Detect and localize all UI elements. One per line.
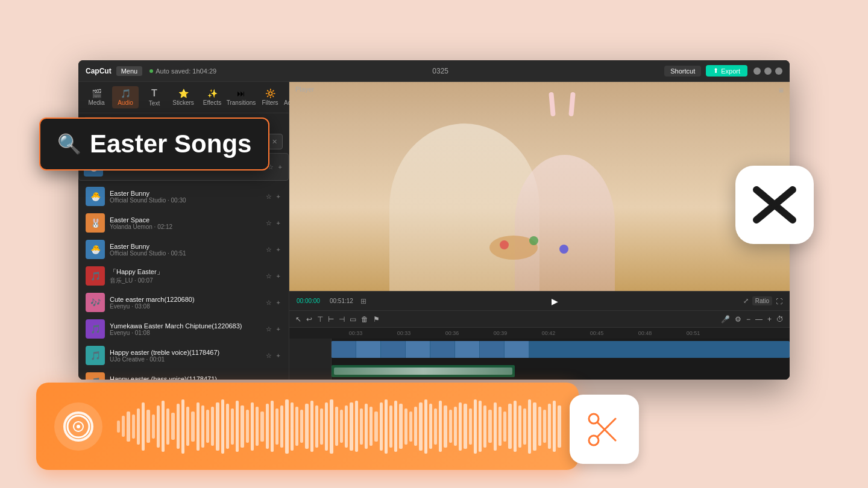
toolbar-media[interactable]: 🎬 Media [83, 86, 110, 108]
player-controls: 00:00:00 00:51:12 ⊞ ▶ ⤢ Ratio ⛶ [289, 291, 790, 310]
toolbar-stickers[interactable]: ⭐ Stickers [170, 86, 197, 108]
video-thumb-2 [356, 341, 380, 358]
waveform-bar [335, 407, 338, 446]
song-item[interactable]: 🐣 Easter Bunny Official Sound Studio · 0… [81, 236, 286, 263]
zoom-out-icon[interactable]: − [746, 315, 750, 324]
favorite-icon[interactable]: ☆ [265, 377, 273, 380]
favorite-icon[interactable]: ☆ [265, 324, 273, 334]
search-overlay: 🔍 Easter Songs [39, 117, 269, 170]
export-label: Export [721, 67, 740, 75]
toolbar-audio[interactable]: 🎵 Audio [112, 86, 139, 108]
audio-track[interactable] [332, 365, 515, 377]
song-meta: Official Sound Studio · 00:51 [110, 250, 260, 257]
split-tool[interactable]: ⊤ [317, 315, 323, 324]
add-icon[interactable]: + [275, 245, 281, 254]
song-item[interactable]: 🎵 Yumekawa Easter March Chiptune(1220683… [81, 316, 286, 342]
add-icon[interactable]: + [275, 218, 281, 228]
settings-icon[interactable]: ⚙ [735, 315, 741, 324]
waveform-bar [399, 404, 402, 449]
song-title: Easter Bunny [110, 190, 260, 197]
fit-icon[interactable]: ⛶ [776, 298, 782, 305]
zoom-in-icon[interactable]: + [767, 315, 772, 324]
add-icon[interactable]: + [275, 271, 281, 281]
song-info: Happy easter (treble voice)(1178467) UJo… [110, 349, 260, 363]
song-thumb: 🐣 [86, 240, 105, 259]
shortcut-button[interactable]: Shortcut [664, 66, 701, 77]
ratio-button[interactable]: Ratio [752, 296, 772, 305]
crop-tool[interactable]: ▭ [350, 315, 356, 324]
stickers-icon: ⭐ [178, 89, 189, 98]
favorite-icon[interactable]: ☆ [265, 298, 273, 308]
video-track[interactable] [332, 341, 790, 358]
undo-btn[interactable]: ↩ [306, 315, 312, 324]
song-item[interactable]: 🐰 Easter Space Yolanda Uemon · 02:12 ☆ + [81, 210, 286, 236]
waveform-bar [528, 399, 531, 454]
add-icon[interactable]: + [275, 351, 281, 360]
waveform-bar [365, 404, 368, 449]
favorite-icon[interactable]: ☆ [265, 351, 273, 361]
export-button[interactable]: ⬆ Export [706, 65, 747, 77]
song-item[interactable]: 🎵 Happy easter (treble voice)(1178467) U… [81, 342, 286, 369]
add-icon[interactable]: + [275, 192, 281, 201]
video-thumb-7 [480, 341, 504, 358]
waveform-bar [439, 401, 442, 452]
close-button[interactable] [775, 67, 782, 75]
toolbar-transitions[interactable]: ⏭ Transitions [228, 86, 254, 108]
waveform-bar [266, 404, 269, 449]
song-actions: ☆ + [265, 351, 281, 361]
search-clear-icon[interactable]: ✕ [272, 138, 277, 146]
add-icon[interactable]: + [275, 298, 281, 307]
minimize-button[interactable] [753, 67, 761, 75]
add-icon[interactable]: + [275, 377, 281, 380]
toolbar-effects[interactable]: ✨ Effects [199, 86, 225, 108]
delete-tool[interactable]: 🗑 [361, 315, 368, 324]
play-button[interactable]: ▶ [549, 295, 561, 307]
song-item[interactable]: 🎶 Cute easter march(1220680) Evenyu · 03… [81, 289, 286, 316]
waveform-bars [117, 396, 561, 457]
waveform-bar [434, 408, 437, 445]
mic-icon[interactable]: 🎤 [721, 315, 730, 324]
waveform-bar [449, 410, 452, 443]
app-logo: CapCut [86, 67, 112, 75]
favorite-icon[interactable]: ☆ [265, 192, 273, 202]
waveform-bar [132, 414, 135, 439]
favorite-icon[interactable]: ☆ [265, 218, 273, 228]
select-tool[interactable]: ↖ [295, 315, 301, 324]
waveform-bar [444, 405, 447, 448]
auto-save-text: Auto saved: 1h04:29 [156, 67, 216, 75]
menu-button[interactable]: Menu [116, 66, 143, 76]
song-item[interactable]: 🎵 Happy easter (bass voice)(1178471) UJo… [81, 369, 286, 380]
waveform-bar [389, 405, 392, 448]
fullscreen-icon[interactable]: ⤢ [743, 297, 749, 305]
capcut-scissors-svg [750, 184, 799, 226]
song-item[interactable]: 🎵 「Happy Easter」 音乐_LU · 00:07 ☆ + [81, 263, 286, 289]
player-menu-icon[interactable]: ≡ [779, 86, 784, 95]
search-overlay-icon: 🔍 [57, 133, 81, 155]
waveform-bar [152, 414, 155, 439]
waveform-bar [374, 411, 377, 442]
flag-tool[interactable]: ⚑ [373, 315, 380, 324]
timer-icon[interactable]: ⏱ [776, 315, 784, 324]
waveform-bar [360, 408, 363, 445]
add-icon[interactable]: + [275, 324, 281, 334]
trim-left-tool[interactable]: ⊢ [328, 315, 334, 324]
waveform-bar [127, 411, 130, 442]
song-item[interactable]: 🐣 Easter Bunny Official Sound Studio · 0… [81, 183, 286, 210]
song-thumb: 🐰 [86, 213, 105, 233]
zoom-slider[interactable]: — [755, 315, 763, 324]
music-logo-svg [66, 414, 90, 439]
add-song-icon[interactable]: + [277, 162, 283, 172]
trim-right-tool[interactable]: ⊣ [339, 315, 345, 324]
favorite-icon[interactable]: ☆ [265, 245, 273, 255]
song-meta: 音乐_LU · 00:07 [110, 277, 260, 285]
toolbar-text[interactable]: T Text [141, 86, 168, 109]
toolbar-filters[interactable]: 🔆 Filters [257, 86, 283, 108]
frame-icon: ⊞ [360, 297, 366, 305]
song-actions: ☆ + [265, 245, 281, 255]
maximize-button[interactable] [764, 67, 772, 75]
waveform-bar [558, 405, 561, 448]
text-label: Text [149, 100, 160, 107]
favorite-icon[interactable]: ☆ [265, 271, 273, 281]
waveform-bar [488, 410, 491, 443]
svg-point-3 [77, 425, 80, 428]
